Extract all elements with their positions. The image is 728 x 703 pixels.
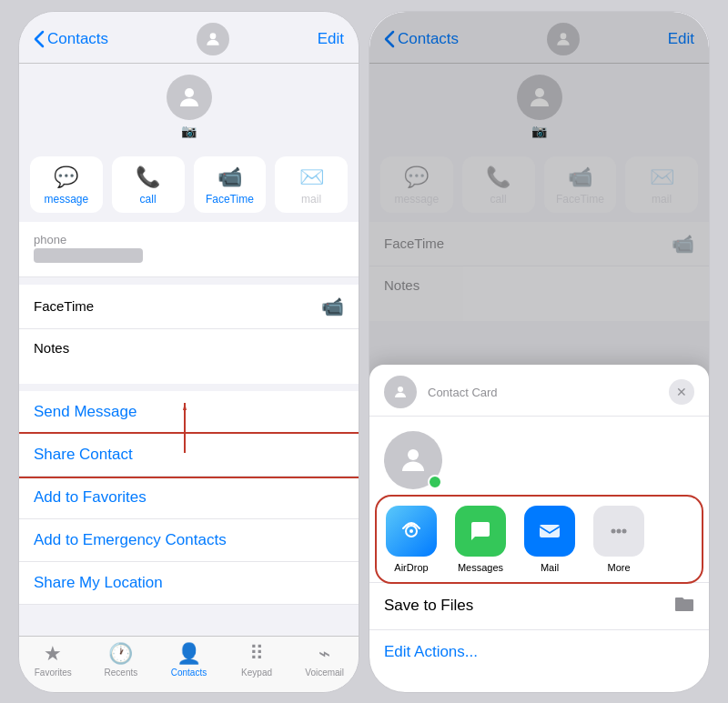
messages-share-item[interactable]: Messages [453,506,508,573]
contacts-icon: 👤 [177,642,201,666]
left-tab-bar: ★ Favorites 🕐 Recents 👤 Contacts ⠿ Keypa… [19,636,359,692]
mail-button: ✉️ mail [275,156,348,213]
svg-rect-10 [540,525,560,537]
tab-contacts[interactable]: 👤 Contacts [155,642,223,678]
more-icon [593,506,644,557]
share-sheet-contact-info: Contact Card [428,384,498,399]
phone-value [34,248,143,263]
share-sheet-close-button[interactable]: ✕ [669,379,694,405]
tab-keypad[interactable]: ⠿ Keypad [223,642,291,678]
save-to-files-item[interactable]: Save to Files [369,582,709,629]
airdrop-share-item[interactable]: AirDrop [384,506,439,573]
add-favorites-item[interactable]: Add to Favorites [19,477,359,519]
svg-point-13 [622,528,627,533]
airdrop-icon [386,506,437,557]
svg-point-1 [185,88,194,97]
arrow-line [183,403,187,457]
share-icons-row: AirDrop Messages [384,502,694,577]
svg-point-0 [210,33,217,39]
nav-avatar [197,23,229,55]
share-sheet-header: Contact Card ✕ [369,365,709,417]
left-notes-row: Notes [19,329,359,384]
svg-point-9 [410,529,413,533]
facetime-row-icon: 📹 [321,296,344,317]
svg-point-6 [398,387,403,392]
tab-recents[interactable]: 🕐 Recents [87,642,156,678]
left-phone-section: phone [19,222,359,277]
messages-icon [455,506,506,557]
mail-share-icon [524,506,575,557]
svg-point-7 [408,449,419,460]
online-indicator [428,475,442,489]
share-contact-row: Contact Card [384,376,498,408]
share-icons-container: AirDrop Messages [377,497,702,582]
left-nav-bar: Contacts Edit [19,12,359,64]
left-back-button[interactable]: Contacts [34,30,108,48]
svg-marker-3 [183,403,187,410]
share-sheet: Contact Card ✕ [369,365,709,692]
message-icon: 💬 [54,166,78,189]
left-avatar [167,75,212,120]
edit-actions-item[interactable]: Edit Actions... [369,629,709,674]
message-button[interactable]: 💬 message [30,156,103,213]
phone-row: phone [19,222,359,277]
mail-share-item[interactable]: Mail [522,506,577,573]
share-contact-item[interactable]: Share Contact [19,434,359,477]
svg-point-11 [612,528,616,533]
favorites-icon: ★ [44,642,62,666]
left-scroll-area: 📷 💬 message 📞 call 📹 FaceTime ✉️ mail [19,64,359,636]
camera-icon[interactable]: 📷 [181,124,197,138]
more-share-item[interactable]: More [592,506,646,573]
keypad-icon: ⠿ [249,642,264,666]
right-phone-screen: Contacts Edit 📷 💬 message 📞 call 📹 FaceT… [369,11,710,693]
share-large-avatar [384,431,442,489]
svg-point-12 [617,528,622,533]
call-button[interactable]: 📞 call [112,156,185,213]
mail-icon: ✉️ [299,166,324,189]
left-action-buttons: 💬 message 📞 call 📹 FaceTime ✉️ mail [19,147,359,222]
arrow-indicator [183,403,187,461]
left-action-list: Send Message Share Contact Add to Favori… [19,391,359,605]
share-location-item[interactable]: Share My Location [19,562,359,605]
facetime-button[interactable]: 📹 FaceTime [194,156,267,213]
call-icon: 📞 [136,166,160,189]
share-large-avatar-row [369,417,709,497]
send-message-item[interactable]: Send Message [19,391,359,434]
left-edit-button[interactable]: Edit [318,30,344,48]
tab-voicemail[interactable]: ⌁ Voicemail [290,642,359,678]
facetime-icon: 📹 [217,166,242,189]
left-phone-screen: Contacts Edit 📷 💬 message 📞 call � [18,11,359,693]
left-facetime-row[interactable]: FaceTime 📹 [19,285,359,329]
recents-icon: 🕐 [108,642,133,666]
voicemail-icon: ⌁ [318,642,330,666]
tab-favorites[interactable]: ★ Favorites [19,642,87,678]
left-contact-header: 📷 [19,64,359,147]
share-sheet-avatar [384,376,417,408]
add-emergency-item[interactable]: Add to Emergency Contacts [19,519,359,562]
folder-icon [674,596,694,617]
